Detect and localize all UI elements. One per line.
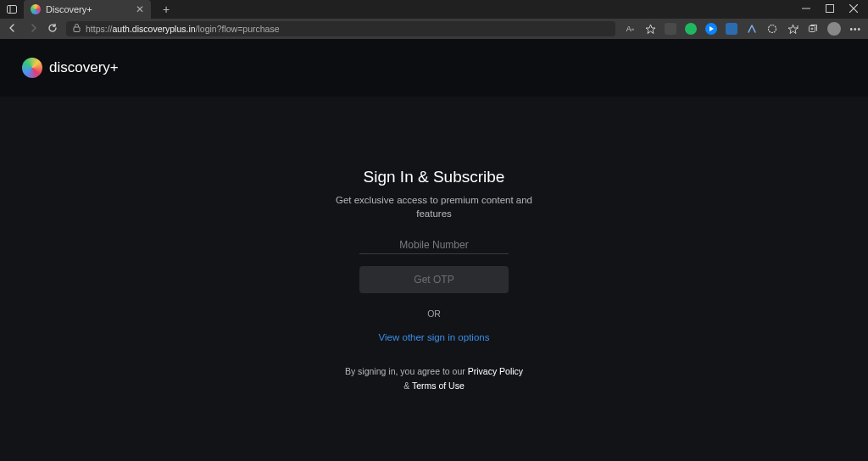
extension-icon-5[interactable] — [746, 23, 758, 35]
profile-avatar[interactable] — [827, 22, 841, 36]
legal-text: By signing in, you agree to our Privacy … — [298, 364, 570, 393]
favorite-icon[interactable] — [644, 23, 656, 35]
svg-rect-0 — [8, 6, 17, 14]
tab-close-icon[interactable]: ✕ — [136, 4, 144, 14]
mobile-number-input[interactable] — [359, 236, 509, 254]
lock-icon — [73, 24, 81, 34]
signin-subtitle: Get exclusive access to premium content … — [298, 193, 570, 220]
svg-point-7 — [769, 25, 776, 33]
extension-icon-3[interactable] — [705, 23, 717, 35]
reader-icon[interactable]: A» — [624, 23, 636, 35]
window-minimize-button[interactable] — [800, 3, 812, 15]
tab-title: Discovery+ — [46, 4, 131, 14]
url-prefix: https:// — [86, 24, 113, 34]
url-path: /login?flow=purchase — [196, 24, 280, 34]
browser-chrome: Discovery+ ✕ + — [0, 0, 868, 39]
svg-rect-3 — [826, 5, 834, 13]
new-tab-button[interactable]: + — [156, 3, 176, 16]
forward-button — [27, 23, 39, 36]
toolbar: https://auth.discoveryplus.in/login?flow… — [0, 19, 868, 39]
extension-icon-4[interactable] — [726, 23, 737, 35]
collections-icon[interactable] — [807, 23, 819, 35]
other-signin-link[interactable]: View other sign in options — [298, 332, 570, 342]
logo-text: discovery+ — [49, 59, 119, 76]
site-header: discovery+ — [0, 39, 868, 97]
extension-icon-1[interactable] — [665, 23, 676, 35]
more-menu-icon[interactable]: ••• — [849, 25, 861, 34]
reload-button[interactable] — [47, 23, 58, 36]
privacy-policy-link[interactable]: Privacy Policy — [468, 366, 523, 376]
window-maximize-button[interactable] — [824, 3, 836, 15]
tab-favicon — [31, 4, 41, 14]
signin-title: Sign In & Subscribe — [298, 168, 570, 186]
svg-rect-6 — [74, 27, 80, 32]
extension-icon-2[interactable] — [685, 23, 697, 35]
browser-tab[interactable]: Discovery+ ✕ — [24, 0, 151, 19]
back-button[interactable] — [7, 23, 19, 36]
signin-panel: Sign In & Subscribe Get exclusive access… — [298, 168, 570, 393]
page-content: discovery+ Sign In & Subscribe Get exclu… — [0, 39, 868, 461]
window-close-button[interactable] — [848, 3, 860, 15]
url-host: auth.discoveryplus.in — [113, 24, 196, 34]
toolbar-right: A» ••• — [624, 22, 861, 36]
terms-of-use-link[interactable]: Terms of Use — [412, 380, 465, 391]
or-separator: OR — [298, 308, 570, 319]
site-logo[interactable]: discovery+ — [22, 58, 119, 78]
logo-icon — [22, 58, 42, 78]
legal-amp: & — [403, 380, 412, 391]
url-text: https://auth.discoveryplus.in/login?flow… — [86, 24, 280, 34]
favorites-bar-icon[interactable] — [787, 23, 798, 35]
tab-actions-icon[interactable] — [5, 3, 19, 16]
legal-prefix: By signing in, you agree to our — [345, 366, 468, 376]
address-bar[interactable]: https://auth.discoveryplus.in/login?flow… — [66, 21, 615, 36]
tab-bar: Discovery+ ✕ + — [0, 0, 868, 19]
extension-icon-6[interactable] — [766, 23, 778, 35]
get-otp-button[interactable]: Get OTP — [359, 266, 509, 293]
